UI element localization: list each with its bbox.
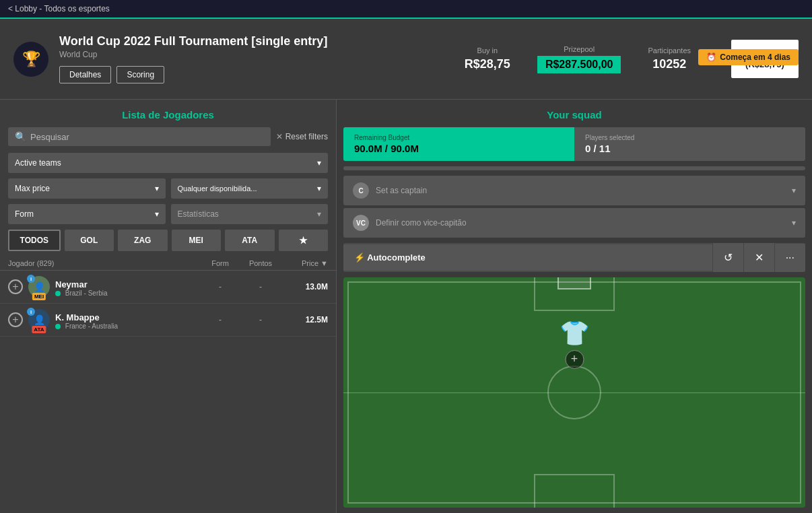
reset-filters-button[interactable]: ✕ Reset filters: [276, 132, 328, 141]
jersey-placeholder: 👕 +: [560, 319, 590, 369]
mbappe-form: -: [200, 315, 240, 324]
participants-value: 10252: [648, 57, 691, 71]
left-panel: Lista de Jogadores 🔍 ✕ Reset filters Act…: [0, 100, 337, 513]
field-center-circle: [547, 366, 601, 419]
countdown-icon: ⏰: [706, 53, 716, 62]
tab-ata[interactable]: ATA: [225, 230, 275, 251]
tab-gol[interactable]: GOL: [65, 230, 114, 251]
buyin-value: R$28,75: [465, 57, 510, 71]
tournament-info: World Cup 2022 Full Tournament [single e…: [59, 34, 454, 84]
neymar-pos-badge: MEI: [32, 293, 46, 300]
form-dropdown[interactable]: Form ▾: [8, 204, 166, 224]
mbappe-price: 12.5M: [281, 315, 328, 324]
player-list-header: Jogador (829) Form Pontos Price ▼: [0, 256, 336, 271]
squad-dropdowns: C Set as captain ▾ VC Definir como vice-…: [343, 176, 805, 238]
search-input[interactable]: [30, 132, 264, 142]
field-penalty-bottom: [534, 474, 615, 508]
more-options-button[interactable]: ···: [774, 244, 805, 272]
col-price-header: Price ▼: [281, 259, 328, 267]
field-lines: [343, 277, 805, 508]
position-tabs: TODOS GOL ZAG MEI ATA ★: [0, 230, 336, 256]
col-pts-header: Pontos: [240, 259, 281, 267]
neymar-name: Neymar: [55, 279, 200, 289]
max-price-filter-row: Max price ▾ Qualquer disponibilida... ▾: [0, 178, 336, 204]
tab-fav[interactable]: ★: [279, 230, 329, 251]
col-player-header: Jogador (829): [8, 259, 200, 267]
add-mbappe-button[interactable]: +: [8, 312, 23, 327]
neymar-status-dot: [55, 291, 61, 296]
availability-dropdown[interactable]: Qualquer disponibilida... ▾: [171, 178, 329, 199]
mbappe-team: France - Australia: [55, 322, 200, 330]
mbappe-status-dot: [55, 324, 61, 329]
countdown-badge: ⏰ Começa em 4 dias: [698, 49, 799, 65]
add-neymar-button[interactable]: +: [8, 279, 23, 294]
autocomplete-row: ⚡ Autocomplete ↺ ✕ ···: [343, 243, 805, 272]
vice-captain-dropdown[interactable]: VC Definir como vice-capitão ▾: [343, 208, 805, 238]
countdown-text: Começa em 4 dias: [720, 53, 790, 62]
tournament-subtitle: World Cup: [59, 50, 454, 59]
vice-captain-placeholder: Definir como vice-capitão: [376, 218, 785, 228]
mbappe-points: -: [240, 315, 281, 324]
active-teams-dropdown[interactable]: Active teams ▾: [8, 153, 328, 173]
search-input-wrap[interactable]: 🔍: [8, 127, 271, 146]
buyin-label: Buy in: [465, 46, 510, 55]
players-selected-value: 0 / 11: [585, 143, 794, 154]
squad-title: Your squad: [337, 100, 812, 127]
max-price-dropdown[interactable]: Max price ▾: [8, 178, 166, 199]
participants-stat: Participantes 10252: [648, 46, 691, 71]
clear-squad-button[interactable]: ✕: [743, 243, 774, 272]
tournament-logo: 🏆: [13, 42, 48, 77]
availability-chevron-icon: ▾: [317, 184, 321, 193]
scoring-button[interactable]: Scoring: [116, 66, 164, 83]
mbappe-details: K. Mbappe France - Australia: [55, 312, 200, 330]
add-player-to-field-button[interactable]: +: [565, 350, 584, 369]
active-teams-chevron-icon: ▾: [317, 158, 321, 168]
mbappe-avatar-wrap: 👤 i ATA: [28, 309, 50, 331]
player-row-neymar: + 👤 i MEI Neymar Brazil - Serbia - - 13.: [0, 271, 336, 304]
neymar-price: 13.0M: [281, 282, 328, 292]
captain-badge: C: [353, 182, 369, 199]
breadcrumb[interactable]: < Lobby - Todos os esportes: [8, 4, 110, 13]
vice-captain-chevron-icon: ▾: [792, 218, 796, 228]
budget-bar: Remaining Budget 90.0M / 90.0M Players s…: [343, 127, 805, 161]
field-goal-top: [557, 277, 591, 289]
form-chevron-icon: ▾: [155, 209, 159, 219]
mbappe-pos-badge: ATA: [32, 326, 46, 333]
remaining-budget-label: Remaining Budget: [354, 134, 564, 141]
top-nav: < Lobby - Todos os esportes: [0, 0, 812, 19]
football-field: 👕 +: [343, 277, 805, 508]
search-icon: 🔍: [15, 131, 26, 142]
search-bar: 🔍 ✕ Reset filters: [0, 127, 336, 153]
tab-todos[interactable]: TODOS: [8, 230, 61, 251]
players-selected-block: Players selected 0 / 11: [574, 127, 805, 161]
captain-dropdown[interactable]: C Set as captain ▾: [343, 176, 805, 205]
tournament-header: 🏆 World Cup 2022 Full Tournament [single…: [0, 19, 812, 100]
neymar-info-icon: i: [27, 275, 35, 283]
tab-mei[interactable]: MEI: [172, 230, 222, 251]
stats-chevron-icon: ▾: [317, 209, 321, 219]
captain-chevron-icon: ▾: [792, 186, 796, 195]
tab-zag[interactable]: ZAG: [118, 230, 168, 251]
autocomplete-button[interactable]: ⚡ Autocomplete: [343, 244, 712, 271]
reset-squad-button[interactable]: ↺: [712, 243, 743, 272]
mbappe-name: K. Mbappe: [55, 312, 200, 322]
remaining-budget-value: 90.0M / 90.0M: [354, 143, 564, 154]
players-selected-label: Players selected: [585, 134, 794, 141]
main-content: Lista de Jogadores 🔍 ✕ Reset filters Act…: [0, 100, 812, 513]
max-price-chevron-icon: ▾: [155, 184, 159, 193]
right-panel: Your squad Remaining Budget 90.0M / 90.0…: [337, 100, 812, 513]
buyin-stat: Buy in R$28,75: [465, 46, 510, 71]
prizepool-label: Prizepool: [537, 45, 621, 53]
squad-progress-bar: [343, 166, 805, 170]
active-teams-filter-row: Active teams ▾: [0, 153, 336, 178]
prizepool-stat: Prizepool R$287.500,00: [537, 45, 621, 73]
reset-filters-x-icon: ✕: [276, 132, 283, 141]
tournament-logo-icon: 🏆: [22, 50, 40, 68]
col-form-header: Form: [200, 259, 240, 267]
vice-captain-badge: VC: [353, 215, 369, 231]
details-button[interactable]: Detalhes: [59, 66, 111, 83]
tournament-title: World Cup 2022 Full Tournament [single e…: [59, 34, 454, 49]
player-row-mbappe: + 👤 i ATA K. Mbappe France - Australia -…: [0, 304, 336, 337]
neymar-team: Brazil - Serbia: [55, 289, 200, 297]
stats-dropdown[interactable]: Estatísticas ▾: [171, 204, 329, 224]
